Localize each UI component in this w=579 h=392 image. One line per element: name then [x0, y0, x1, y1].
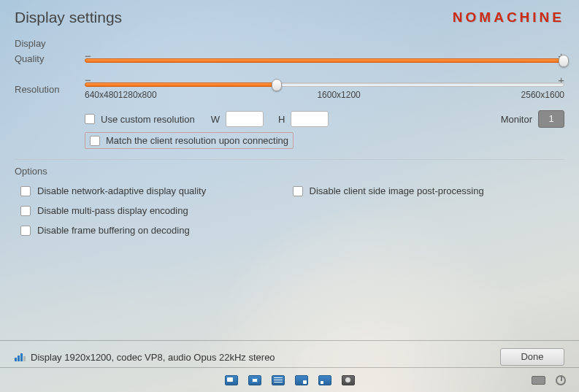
tick-label: 1280x800	[118, 90, 157, 100]
use-custom-resolution-label: Use custom resolution	[101, 114, 195, 125]
disable-adaptive-quality-checkbox[interactable]	[20, 186, 31, 196]
tick-label: 1600x1200	[317, 90, 360, 100]
audio-icon[interactable]	[295, 375, 308, 385]
tick-label: 2560x1600	[521, 90, 564, 100]
option-label: Disable frame buffering on decoding	[37, 225, 190, 236]
power-icon[interactable]	[556, 375, 566, 385]
height-input[interactable]	[291, 111, 329, 127]
use-custom-resolution-checkbox[interactable]	[85, 114, 95, 124]
bottom-toolbar	[0, 367, 579, 392]
monitor-button[interactable]: 1	[538, 110, 564, 128]
connection-icon[interactable]	[342, 375, 355, 385]
page-title: Display settings	[15, 9, 122, 26]
match-client-resolution-label: Match the client resolution upon connect…	[106, 135, 288, 146]
width-input[interactable]	[226, 111, 264, 127]
recording-icon[interactable]	[318, 375, 331, 385]
option-label: Disable network-adaptive display quality	[37, 185, 206, 196]
resolution-slider[interactable]: − + 640x480 1280x800 1600x1200 2560x1600	[85, 79, 564, 100]
quality-label: Quality	[15, 53, 85, 64]
resolution-label: Resolution	[15, 84, 85, 95]
height-label: H	[278, 114, 285, 125]
input-icon[interactable]	[248, 375, 261, 385]
divider	[15, 159, 564, 160]
section-display: Display	[15, 38, 564, 49]
brand-logo: NOMACHINE	[453, 9, 564, 26]
disable-frame-buffering-checkbox[interactable]	[20, 226, 31, 236]
tick-label: 640x480	[85, 90, 118, 100]
display-icon[interactable]	[272, 375, 285, 385]
keyboard-icon[interactable]	[532, 376, 545, 385]
option-label: Disable client side image post-processin…	[310, 185, 484, 196]
section-options: Options	[15, 166, 564, 177]
screen-icon[interactable]	[225, 375, 238, 385]
match-client-resolution-checkbox[interactable]	[90, 136, 100, 146]
disable-multipass-encoding-checkbox[interactable]	[20, 206, 31, 216]
disable-post-processing-checkbox[interactable]	[293, 186, 303, 196]
quality-slider[interactable]: − +	[85, 55, 564, 63]
signal-icon	[15, 353, 26, 361]
width-label: W	[211, 114, 220, 125]
option-label: Disable multi-pass display encoding	[37, 205, 188, 216]
monitor-label: Monitor	[501, 114, 532, 125]
done-button[interactable]: Done	[500, 348, 564, 366]
status-text: Display 1920x1200, codec VP8, audio Opus…	[31, 352, 275, 363]
status-bar: Display 1920x1200, codec VP8, audio Opus…	[15, 352, 275, 363]
